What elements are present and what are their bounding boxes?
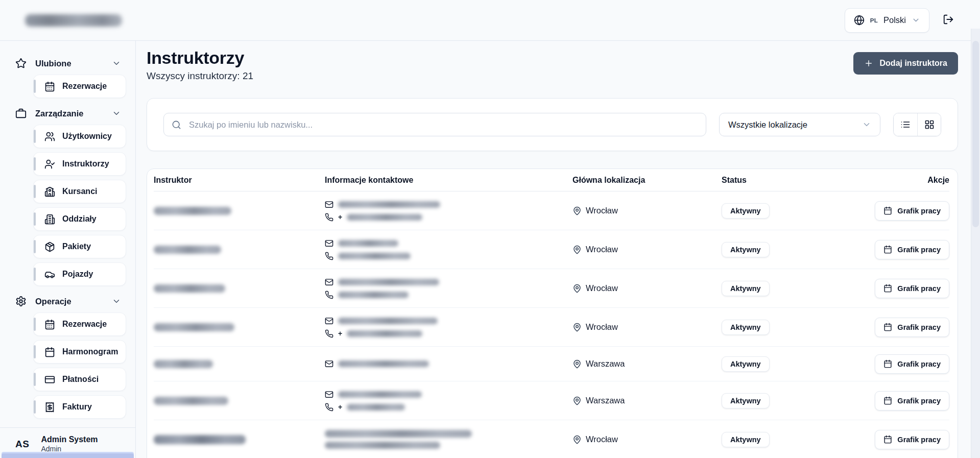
sidebar: Ulubione Rezerwacje Zarządzanie Użytkown… [0,41,136,458]
sidebar-item-platnosci[interactable]: Płatności [33,368,126,391]
user-name: Admin System [41,435,98,445]
email-redacted [338,391,422,398]
grid-icon [924,119,935,130]
location-filter-value: Wszystkie lokalizacje [728,120,807,130]
work-schedule-button[interactable]: Grafik pracy [875,240,949,259]
table-row: Wrocław Aktywny Grafik pracy [154,230,949,269]
phone-redacted [338,292,409,298]
sidebar-item-label: Faktury [62,402,92,412]
phone-redacted [347,214,422,221]
add-instructor-label: Dodaj instruktora [880,59,947,68]
logout-button[interactable] [943,14,954,27]
table-row: + Warszawa Aktywny Grafik pracy [154,381,949,420]
sidebar-nav: Ulubione Rezerwacje Zarządzanie Użytkown… [0,41,135,419]
instructors-table: Instruktor Informacje kontaktowe Główna … [147,168,958,458]
user-avatar: AS [15,439,29,450]
sidebar-item-pojazdy[interactable]: Pojazdy [33,262,126,286]
table-row: + Wrocław Aktywny Grafik pracy [154,191,949,230]
sidebar-item-label: Rezerwacje [62,320,107,329]
sidebar-section-label: Ulubione [35,59,71,68]
instructor-name-redacted [154,397,228,405]
sidebar-item-faktury[interactable]: Faktury [33,395,126,419]
sidebar-item-kursanci[interactable]: Kursanci [33,180,126,203]
sidebar-section-ulubione[interactable]: Ulubione [0,52,135,75]
globe-icon [854,15,865,26]
vertical-scrollbar[interactable] [971,29,980,458]
sidebar-item-oddzialy[interactable]: Oddziały [33,207,126,231]
mail-icon [325,390,333,399]
sidebar-item-label: Harmonogram [62,347,118,356]
phone-redacted [325,442,440,449]
sidebar-item-pakiety[interactable]: Pakiety [33,235,126,258]
mail-icon [325,359,333,368]
calendar-icon [883,206,892,215]
phone-prefix: + [338,329,342,338]
calendar-icon [883,396,892,405]
email-redacted [325,430,472,438]
email-redacted [338,240,398,247]
location-value: Wrocław [586,206,618,215]
table-row: Wrocław Aktywny Grafik pracy [154,420,949,458]
chevron-down-icon [112,109,121,118]
work-schedule-label: Grafik pracy [897,360,941,368]
work-schedule-button[interactable]: Grafik pracy [875,391,949,411]
scrollbar-thumb[interactable] [972,41,979,227]
sidebar-item-label: Oddziały [62,214,97,224]
sidebar-item-label: Pojazdy [62,270,93,279]
work-schedule-button[interactable]: Grafik pracy [875,201,949,221]
table-header-row: Instruktor Informacje kontaktowe Główna … [154,169,949,191]
grid-view-button[interactable] [917,113,941,136]
page-title: Instruktorzy [147,46,253,69]
mail-icon [325,317,333,325]
map-pin-icon [572,284,582,293]
sidebar-section-zarzadzanie[interactable]: Zarządzanie [0,102,135,125]
phone-icon [325,252,333,260]
sidebar-item-rezerwacje-operacje[interactable]: Rezerwacje [33,312,126,336]
email-redacted [338,201,440,208]
search-input[interactable] [188,119,698,130]
sidebar-item-label: Rezerwacje [62,82,107,91]
sidebar-item-uzytkownicy[interactable]: Użytkownicy [33,125,126,148]
map-pin-icon [572,396,582,405]
table-row: + Wrocław Aktywny Grafik pracy [154,308,949,347]
work-schedule-button[interactable]: Grafik pracy [875,318,949,337]
map-pin-icon [572,435,582,444]
sidebar-item-instruktorzy[interactable]: Instruktorzy [33,152,126,176]
location-filter-select[interactable]: Wszystkie lokalizacje [719,113,880,136]
receipt-icon [44,402,55,413]
work-schedule-button[interactable]: Grafik pracy [875,279,949,298]
plus-icon [864,59,873,68]
work-schedule-button[interactable]: Grafik pracy [875,430,949,449]
sidebar-section-operacje[interactable]: Operacje [0,290,135,312]
instructor-name-redacted [154,207,231,215]
chevron-down-icon [862,120,871,129]
map-pin-icon [572,206,582,215]
phone-redacted [338,253,411,259]
work-schedule-button[interactable]: Grafik pracy [875,354,949,374]
phone-icon [325,291,333,299]
sidebar-item-harmonogram[interactable]: Harmonogram [33,340,126,364]
work-schedule-label: Grafik pracy [897,284,941,293]
work-schedule-label: Grafik pracy [897,246,941,254]
add-instructor-button[interactable]: Dodaj instruktora [853,52,958,75]
users-icon [44,131,55,142]
list-view-button[interactable] [894,113,917,136]
phone-icon [325,403,333,412]
email-redacted [338,360,429,367]
search-box [163,113,706,136]
top-bar-actions: PL Polski [845,8,954,33]
calendar-icon [883,435,892,444]
instructor-name-redacted [154,246,221,254]
instructor-name-redacted [154,360,213,368]
mail-icon [325,239,333,248]
calendar-icon [883,323,892,331]
chevron-down-icon [112,297,121,306]
language-selector[interactable]: PL Polski [845,8,929,33]
sidebar-item-rezerwacje-ulubione[interactable]: Rezerwacje [33,75,126,98]
status-badge: Aktywny [722,281,770,296]
sidebar-section-label: Operacje [35,297,71,306]
page-subtitle: Wszyscy instruktorzy: 21 [147,70,253,82]
briefcase-icon [15,108,27,119]
calendar-icon [883,245,892,254]
location-value: Wrocław [586,283,618,293]
